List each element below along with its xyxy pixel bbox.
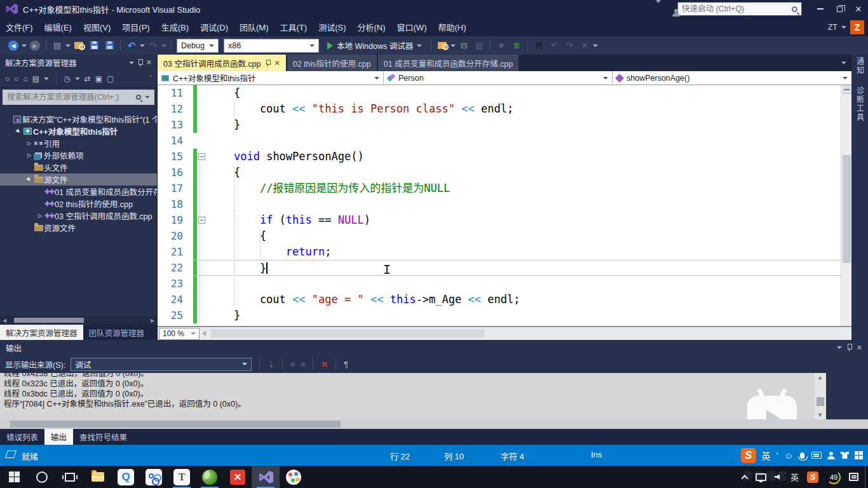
menu-d[interactable]: 调试(D)	[194, 18, 234, 36]
editor-horizontal-scrollbar[interactable]	[200, 327, 851, 340]
taskbar-paint-palette-app-icon[interactable]	[280, 466, 308, 488]
battery-indicator[interactable]: 49	[827, 470, 841, 484]
new-file-icon[interactable]: ▤	[50, 39, 64, 53]
panel-menu-icon[interactable]	[129, 62, 134, 64]
skin-icon[interactable]	[841, 452, 849, 459]
editor-vertical-scrollbar[interactable]	[841, 85, 851, 326]
home-icon[interactable]: ⌂	[24, 74, 28, 83]
next-message-icon[interactable]: ≡	[301, 360, 306, 369]
tree-item[interactable]: ▷引用	[0, 137, 157, 149]
save-all-icon[interactable]	[102, 39, 116, 53]
bookmark-icon[interactable]	[532, 39, 546, 53]
document-tab[interactable]: 01 成员变量和成员函数分开存储.cpp	[378, 55, 519, 71]
scrollbar-thumb[interactable]	[817, 397, 824, 406]
search-options-icon[interactable]	[145, 96, 150, 98]
run-dropdown-icon[interactable]	[417, 44, 422, 47]
sidebar-tab[interactable]: 团队资源管理器	[83, 325, 151, 340]
undo-icon[interactable]: ↶	[125, 39, 139, 53]
panel-menu-icon[interactable]	[837, 346, 842, 349]
ime-toolbox-icon[interactable]	[855, 451, 863, 459]
tree-item[interactable]: ✚✚02 this指针的使用.cpp	[0, 198, 157, 210]
taskbar-green-sphere-app-icon[interactable]	[196, 466, 224, 488]
tree-item[interactable]: 资源文件	[0, 222, 157, 234]
next-bookmark-icon[interactable]: ↷	[562, 39, 576, 53]
switch-views-dropdown-icon[interactable]	[44, 78, 49, 80]
punctuation-mode-icon[interactable]: ’	[776, 451, 778, 461]
taskbar-typora-icon[interactable]: T	[168, 466, 196, 488]
decrease-indent-icon[interactable]: ≡	[494, 39, 508, 53]
taskbar-task-view-icon[interactable]	[56, 466, 84, 488]
tree-item[interactable]: ▶✚C++对象模型和this指针	[0, 125, 157, 137]
increase-indent-icon[interactable]: ≣	[510, 39, 524, 53]
sidebar-tab[interactable]: 解决方案资源管理器	[0, 325, 83, 340]
scrollbar-thumb[interactable]	[843, 155, 851, 263]
tab-list-dropdown[interactable]	[841, 55, 851, 71]
code-area[interactable]: 11 {12 cout << "this is Person class" <<…	[158, 85, 841, 326]
tree-item[interactable]: 解决方案"C++对象模型和this指针"(1 个项目)	[0, 113, 157, 125]
solution-search-input[interactable]	[7, 93, 132, 102]
output-vertical-scrollbar[interactable]: ▲ ▼	[815, 373, 826, 419]
navigate-backward-code-icon[interactable]: ⊟	[457, 39, 471, 53]
taskbar-start-icon[interactable]	[0, 466, 28, 488]
output-source-combo[interactable]: 调试	[71, 358, 252, 371]
tree-item[interactable]: 头文件	[0, 161, 157, 173]
tab-pin-icon[interactable]	[266, 60, 270, 67]
show-desktop-button[interactable]	[865, 466, 868, 488]
menu-v[interactable]: 视图(V)	[78, 18, 116, 36]
user-avatar[interactable]: Z	[850, 20, 864, 34]
menu-n[interactable]: 分析(N)	[351, 18, 391, 36]
navigate-back-icon[interactable]: ◀	[6, 39, 20, 53]
clear-bookmarks-icon[interactable]: ✕	[578, 39, 592, 53]
taskbar-cortana-icon[interactable]	[28, 466, 56, 488]
previous-message-icon[interactable]: ≡	[290, 360, 295, 369]
tree-item[interactable]: ▷外部依赖项	[0, 149, 157, 161]
ime-language-indicator[interactable]: 英	[762, 449, 771, 462]
emoji-icon[interactable]: ☺	[784, 451, 793, 461]
toolbar-overflow-icon[interactable]: ¨	[149, 74, 152, 83]
close-button[interactable]: ✕	[849, 1, 868, 17]
solution-configuration-combo[interactable]: Debug	[177, 39, 219, 53]
back-icon[interactable]: ○	[5, 74, 10, 83]
tree-item[interactable]: ▶源文件	[0, 173, 157, 186]
pin-icon[interactable]	[138, 59, 142, 67]
collapse-region-icon[interactable]: −	[198, 217, 205, 224]
notification-center-icon[interactable]	[849, 473, 858, 481]
collapse-region-icon[interactable]: −	[198, 153, 205, 160]
tray-ime-language[interactable]: 英	[790, 471, 799, 483]
user-dropdown-icon[interactable]	[841, 26, 846, 29]
taskbar-visual-studio-icon[interactable]	[252, 466, 280, 488]
panel-close-icon[interactable]: ✕	[146, 58, 152, 67]
properties-icon[interactable]: ▢	[107, 74, 114, 83]
tree-expander-icon[interactable]: ▷	[25, 140, 33, 146]
output-content[interactable]: 线程 0x4258 已退出，返回值为 0 (0x0)。线程 0x323c 已退出…	[0, 373, 826, 419]
navigate-forward-icon[interactable]: ▶	[28, 39, 42, 53]
panel-close-icon[interactable]: ✕	[857, 344, 862, 352]
taskbar-red-x-app-icon[interactable]: ✕	[224, 466, 252, 488]
forward-icon[interactable]: ○	[14, 74, 18, 83]
microphone-icon[interactable]	[800, 452, 804, 459]
previous-bookmark-icon[interactable]: ↶	[547, 39, 561, 53]
find-dropdown-icon[interactable]	[451, 44, 456, 47]
tree-item[interactable]: ▷✚✚03 空指针调用成员函数.cpp	[0, 210, 157, 222]
solution-platform-combo[interactable]: x86	[224, 39, 319, 53]
clear-all-icon[interactable]: ✕	[321, 360, 328, 369]
pending-changes-filter-icon[interactable]: ◷	[64, 74, 70, 83]
taskbar-knot-app-icon[interactable]	[140, 466, 168, 488]
document-tab[interactable]: 03 空指针调用成员函数.cpp✕	[158, 55, 286, 71]
find-in-files-icon[interactable]	[435, 39, 449, 53]
undo-dropdown-icon[interactable]	[140, 44, 145, 47]
minimize-button[interactable]	[811, 1, 830, 17]
restore-button[interactable]	[830, 1, 849, 17]
toolbar-overflow-icon[interactable]	[593, 44, 598, 47]
project-scope-combo[interactable]: C++对象模型和this指针	[158, 71, 384, 85]
menu-b[interactable]: 生成(B)	[156, 18, 194, 36]
document-tab[interactable]: 02 this指针的使用.cpp	[287, 55, 377, 71]
sogou-ime-icon[interactable]: S	[741, 448, 756, 463]
collapse-all-icon[interactable]: ▣	[95, 74, 102, 83]
quick-launch-input[interactable]	[682, 4, 792, 13]
taskbar-file-explorer-icon[interactable]	[84, 466, 112, 488]
tool-window-tab[interactable]: 通知	[855, 57, 865, 75]
new-file-dropdown-icon[interactable]	[65, 44, 71, 47]
network-icon[interactable]	[756, 473, 766, 481]
splitter-handle[interactable]	[842, 85, 851, 94]
